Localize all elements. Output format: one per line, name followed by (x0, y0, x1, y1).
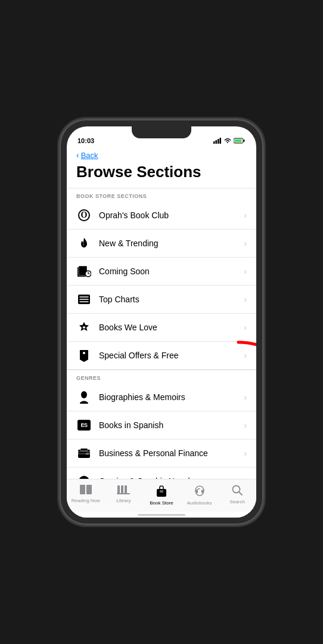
home-indicator (67, 512, 256, 518)
svg-rect-20 (86, 453, 89, 455)
list-item-oprahs-book-club[interactable]: O Oprah's Book Club › (67, 202, 256, 230)
tab-reading-now[interactable]: Reading Now (67, 483, 105, 507)
chevron-icon: › (244, 351, 247, 360)
top-charts-icon (76, 292, 92, 307)
chevron-icon: › (244, 323, 247, 332)
section-header-genres: GENRES (67, 370, 256, 383)
tab-audiobooks-label: Audiobooks (187, 500, 212, 506)
oprah-icon: O (76, 208, 92, 223)
comics-icon: 💥 (76, 473, 92, 479)
svg-rect-24 (86, 485, 92, 494)
wallet-icon (76, 445, 92, 461)
tab-search[interactable]: Search (218, 483, 256, 507)
phone-frame: 10:03 (60, 119, 263, 525)
svg-rect-0 (213, 141, 215, 144)
status-time: 10:03 (77, 137, 94, 144)
back-chevron-icon: ‹ (76, 150, 79, 160)
business-finance-label: Business & Personal Finance (99, 448, 244, 458)
chevron-icon: › (244, 392, 247, 402)
svg-rect-6 (235, 140, 242, 143)
tab-library-label: Library (116, 498, 131, 503)
svg-rect-19 (80, 448, 88, 451)
svg-rect-29 (157, 489, 166, 497)
list-item-business-finance[interactable]: Business & Personal Finance › (67, 439, 256, 467)
tab-reading-now-label: Reading Now (72, 498, 100, 503)
section-header-bookstore: BOOK STORE SECTIONS (67, 188, 256, 202)
svg-rect-1 (216, 140, 218, 144)
chevron-icon: › (244, 210, 247, 220)
svg-rect-27 (125, 485, 127, 494)
svg-rect-25 (117, 485, 120, 494)
list-item-top-charts[interactable]: Top Charts › (67, 286, 256, 314)
coming-soon-icon (76, 264, 92, 279)
svg-rect-30 (160, 490, 163, 493)
svg-rect-23 (80, 485, 85, 494)
tab-audiobooks[interactable]: Audiobooks (181, 483, 219, 507)
tab-library[interactable]: Library (105, 483, 143, 507)
home-bar (138, 514, 185, 516)
top-charts-label: Top Charts (99, 295, 244, 304)
list-item-biographies[interactable]: Biographies & Memoirs › (67, 383, 256, 411)
list-item-books-we-love[interactable]: Books We Love › (67, 314, 256, 342)
battery-icon (234, 138, 246, 144)
notch (132, 126, 191, 138)
chevron-icon: › (244, 239, 247, 248)
list-item-books-spanish[interactable]: ES Books in Spanish › (67, 411, 256, 439)
biographies-label: Biographies & Memoirs (99, 392, 244, 402)
phone-screen: 10:03 (67, 126, 256, 518)
book-store-icon (155, 484, 168, 499)
chevron-icon: › (244, 420, 247, 430)
books-spanish-label: Books in Spanish (99, 420, 244, 430)
audiobooks-icon (193, 484, 206, 499)
chevron-icon: › (244, 267, 247, 276)
coming-soon-label: Coming Soon (99, 267, 244, 276)
svg-rect-26 (121, 485, 123, 494)
page-title: Browse Sections (67, 162, 256, 188)
status-icons (213, 138, 246, 144)
library-icon (117, 484, 130, 497)
svg-rect-2 (218, 139, 219, 144)
svg-text:💥: 💥 (80, 478, 88, 479)
list-item-comics[interactable]: 💥 Comics & Graphic Novels › (67, 467, 256, 479)
tab-bar: Reading Now Library (67, 479, 256, 512)
new-trending-label: New & Trending (99, 239, 244, 248)
chevron-icon: › (244, 448, 247, 458)
search-icon (231, 484, 243, 498)
signal-icon (213, 138, 222, 144)
svg-point-16 (81, 391, 87, 398)
list-item-coming-soon[interactable]: Coming Soon › (67, 258, 256, 286)
svg-rect-31 (196, 490, 198, 493)
reading-now-icon (79, 484, 92, 497)
svg-rect-32 (201, 490, 203, 493)
svg-line-34 (239, 492, 242, 495)
flame-icon (76, 236, 92, 251)
svg-point-14 (83, 352, 85, 354)
oprahs-book-club-label: Oprah's Book Club (99, 210, 244, 220)
biography-icon (76, 389, 92, 405)
back-button[interactable]: ‹ Back (67, 147, 256, 162)
badge-icon (76, 320, 92, 335)
wifi-icon (224, 138, 231, 144)
books-we-love-label: Books We Love (99, 323, 244, 332)
es-badge-icon: ES (76, 417, 92, 433)
svg-rect-3 (220, 138, 222, 144)
back-label: Back (81, 151, 98, 160)
content-area: ‹ Back Browse Sections BOOK STORE SECTIO… (67, 147, 256, 479)
svg-rect-28 (117, 493, 130, 494)
list-item-new-trending[interactable]: New & Trending › (67, 230, 256, 258)
tab-book-store-label: Book Store (150, 500, 173, 506)
special-offers-label: Special Offers & Free (99, 351, 244, 360)
chevron-icon: › (244, 476, 247, 479)
chevron-icon: › (244, 295, 247, 304)
tab-search-label: Search (229, 499, 244, 504)
tab-book-store[interactable]: Book Store (142, 483, 181, 507)
tag-icon (76, 348, 92, 363)
svg-rect-5 (244, 140, 245, 142)
list-item-special-offers[interactable]: Special Offers & Free › (67, 342, 256, 370)
comics-label: Comics & Graphic Novels (99, 476, 244, 479)
